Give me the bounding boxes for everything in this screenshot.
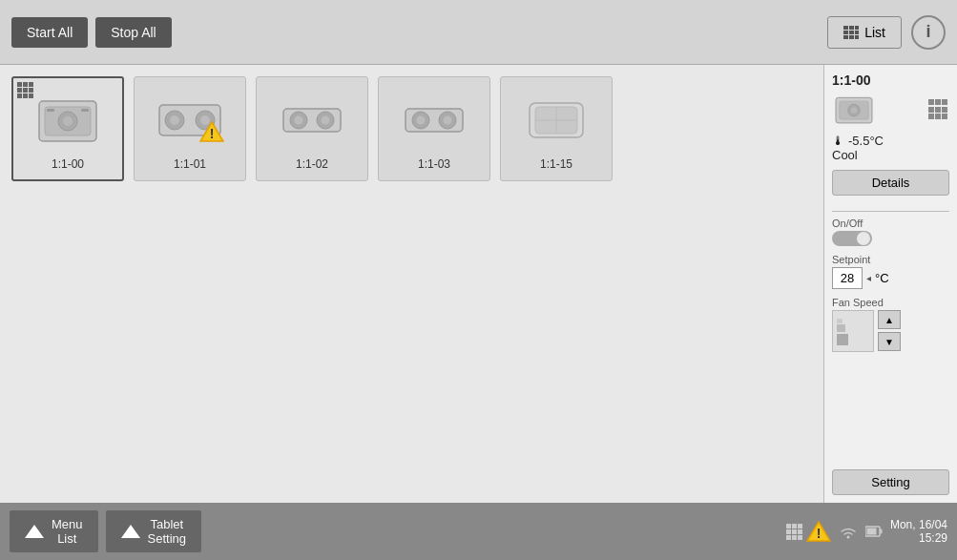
svg-point-39 bbox=[851, 107, 857, 113]
svg-rect-8 bbox=[855, 35, 859, 39]
svg-point-12 bbox=[63, 116, 73, 126]
svg-rect-42 bbox=[837, 319, 843, 323]
fan-controls: ▲ ▼ bbox=[878, 310, 901, 352]
device-label-4: 1:1-15 bbox=[540, 157, 572, 171]
device-grid: 1:1-00 bbox=[11, 76, 812, 181]
fan-speed-area: ▲ ▼ bbox=[832, 310, 949, 352]
svg-point-25 bbox=[295, 116, 303, 125]
svg-rect-6 bbox=[843, 35, 848, 39]
setpoint-row: 28 ◂ °C bbox=[832, 267, 949, 289]
details-button[interactable]: Details bbox=[832, 170, 949, 196]
device-card-2[interactable]: 1:1-02 bbox=[256, 76, 368, 181]
list-label: List bbox=[864, 25, 885, 40]
warning-badge-1: ! bbox=[199, 120, 224, 146]
svg-rect-5 bbox=[855, 31, 859, 34]
panel-cassette-icon bbox=[832, 92, 876, 128]
device-label-0: 1:1-00 bbox=[52, 157, 84, 171]
menu-list-button[interactable]: MenuList bbox=[10, 510, 98, 552]
datetime-display: Mon, 16/04 15:29 bbox=[890, 518, 947, 545]
device-icon-area-3 bbox=[396, 87, 472, 154]
panel-mode: Cool bbox=[832, 148, 949, 162]
svg-point-30 bbox=[417, 116, 426, 125]
panel-grid-small-icon bbox=[928, 99, 949, 120]
svg-text:!: ! bbox=[210, 126, 215, 141]
setting-button[interactable]: Setting bbox=[832, 469, 949, 495]
bottom-icons: ! bbox=[786, 520, 831, 543]
on-off-toggle[interactable] bbox=[832, 231, 872, 246]
fan-speed-down-button[interactable]: ▼ bbox=[878, 332, 901, 351]
device-card-0[interactable]: 1:1-00 bbox=[11, 76, 124, 181]
toggle-container[interactable] bbox=[832, 231, 949, 246]
setpoint-value: 28 bbox=[832, 267, 863, 289]
svg-rect-1 bbox=[849, 26, 854, 30]
on-off-label: On/Off bbox=[832, 218, 949, 229]
top-bar: Start All Stop All List i bbox=[0, 0, 957, 65]
svg-rect-2 bbox=[855, 26, 859, 30]
fan-speed-label: Fan Speed bbox=[832, 297, 949, 308]
bottom-bar: MenuList TabletSetting ! bbox=[0, 503, 957, 560]
svg-point-31 bbox=[444, 116, 452, 125]
thermo-icon: 🌡 bbox=[832, 134, 844, 148]
info-icon: i bbox=[926, 22, 930, 42]
wifi-icon bbox=[839, 524, 858, 539]
menu-list-label: MenuList bbox=[52, 517, 83, 546]
divider-1 bbox=[832, 211, 949, 212]
info-button[interactable]: i bbox=[911, 15, 946, 50]
svg-point-26 bbox=[322, 116, 330, 125]
device-label-3: 1:1-03 bbox=[418, 157, 450, 171]
panel-temperature: 🌡 -5.5°C bbox=[832, 134, 949, 148]
svg-rect-0 bbox=[843, 26, 848, 30]
svg-rect-7 bbox=[849, 35, 854, 39]
content-area: 1:1-00 bbox=[0, 65, 823, 503]
device-icon-area-2 bbox=[274, 87, 350, 154]
duct-small-icon-3 bbox=[400, 92, 468, 149]
battery-icon bbox=[865, 526, 883, 537]
menu-list-arrow-icon bbox=[25, 525, 44, 538]
panel-temp-value: -5.5°C bbox=[848, 134, 884, 148]
svg-rect-41 bbox=[837, 324, 845, 332]
svg-rect-48 bbox=[866, 529, 876, 535]
bottom-grid-icon bbox=[786, 524, 802, 540]
svg-rect-40 bbox=[837, 334, 848, 345]
start-all-button[interactable]: Start All bbox=[11, 17, 88, 48]
toggle-thumb bbox=[857, 232, 870, 245]
device-icon-area-0 bbox=[30, 87, 106, 154]
cassette-icon bbox=[33, 92, 102, 149]
panel-icon bbox=[522, 92, 591, 149]
fan-speed-icon bbox=[837, 315, 869, 347]
setpoint-unit: °C bbox=[875, 271, 889, 285]
device-card-3[interactable]: 1:1-03 bbox=[378, 76, 490, 181]
svg-rect-4 bbox=[849, 31, 854, 34]
device-card-1[interactable]: ! 1:1-01 bbox=[134, 76, 246, 181]
main-area: 1:1-00 bbox=[0, 65, 957, 503]
list-button[interactable]: List bbox=[827, 16, 902, 49]
fan-icon-box bbox=[832, 310, 874, 352]
svg-point-18 bbox=[170, 115, 179, 125]
tablet-setting-label: TabletSetting bbox=[148, 517, 186, 546]
svg-rect-13 bbox=[47, 109, 54, 112]
svg-rect-3 bbox=[843, 31, 848, 34]
fan-speed-up-button[interactable]: ▲ bbox=[878, 310, 901, 329]
panel-unit-icon bbox=[832, 92, 949, 128]
device-icon-area-1: ! bbox=[152, 87, 228, 154]
panel-title: 1:1-00 bbox=[832, 73, 949, 88]
bottom-warning-icon: ! bbox=[806, 520, 831, 543]
svg-rect-14 bbox=[81, 109, 89, 112]
datetime-text: Mon, 16/04 15:29 bbox=[890, 518, 947, 545]
tablet-setting-button[interactable]: TabletSetting bbox=[106, 510, 201, 552]
bottom-right: ! Mon, 16/04 15:29 bbox=[786, 518, 947, 545]
setpoint-arrow-icon: ◂ bbox=[866, 273, 871, 283]
device-label-2: 1:1-02 bbox=[296, 157, 328, 171]
right-panel: 1:1-00 🌡 -5.5°C Cool Details On/Off bbox=[823, 65, 957, 503]
stop-all-button[interactable]: Stop All bbox=[95, 17, 171, 48]
device-card-4[interactable]: 1:1-15 bbox=[500, 76, 613, 181]
setpoint-label: Setpoint bbox=[832, 254, 949, 265]
device-icon-area-4 bbox=[518, 87, 594, 154]
svg-point-45 bbox=[846, 536, 849, 539]
svg-rect-47 bbox=[880, 529, 882, 534]
svg-text:!: ! bbox=[817, 526, 822, 541]
list-grid-icon bbox=[843, 26, 859, 39]
device-label-1: 1:1-01 bbox=[174, 157, 206, 171]
duct-small-icon-2 bbox=[278, 92, 346, 149]
tablet-setting-arrow-icon bbox=[121, 525, 140, 538]
